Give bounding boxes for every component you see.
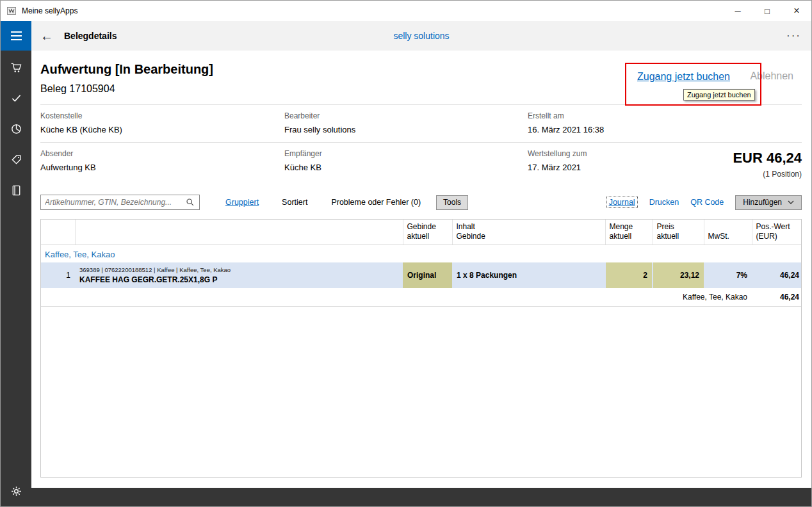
group-summary-value: 46,24 <box>752 288 802 307</box>
column-header-preis: Preis aktuell <box>653 220 704 245</box>
titlebar: Meine sellyApps ─ □ × <box>1 1 811 21</box>
tooltip: Zugang jetzt buchen <box>683 89 755 101</box>
print-link[interactable]: Drucken <box>649 198 679 207</box>
document-header: Aufwertung [In Bearbeitung] Beleg 171059… <box>40 51 802 105</box>
group-label[interactable]: Kaffee, Tee, Kakao <box>41 245 802 263</box>
field-label: Absender <box>40 149 284 158</box>
field-value: Küche KB (Küche KB) <box>40 125 284 134</box>
sidebar-item-tags[interactable] <box>1 144 31 175</box>
add-button[interactable]: Hinzufügen <box>735 195 802 210</box>
row-number-cell[interactable]: 1 <box>41 262 75 288</box>
book-icon <box>10 184 23 197</box>
column-header-article <box>75 220 403 245</box>
hamburger-icon <box>11 31 22 33</box>
group-summary-row: Kaffee, Tee, Kakao 46,24 <box>41 288 802 307</box>
article-name: KAFFEE HAG GEGR.GETR.25X1,8G P <box>79 275 398 284</box>
positions-table-container: Gebinde aktuell Inhalt Gebinde Menge akt… <box>40 219 802 478</box>
field-label: Kostenstelle <box>40 111 284 120</box>
app-window: Meine sellyApps ─ □ × <box>0 0 812 507</box>
field-empfaenger: Empfänger Küche KB <box>284 149 528 189</box>
article-cell[interactable]: 369389 | 07622200188512 | Kaffee | Kaffe… <box>75 262 403 288</box>
field-kostenstelle: Kostenstelle Küche KB (Küche KB) <box>40 111 284 134</box>
main-content: Aufwertung [In Bearbeitung] Beleg 171059… <box>31 51 811 488</box>
close-button[interactable]: × <box>782 1 811 21</box>
gebinde-cell[interactable]: Original <box>403 262 452 288</box>
field-erstellt-am: Erstellt am 16. März 2021 16:38 <box>528 111 802 134</box>
journal-link[interactable]: Journal <box>606 197 638 208</box>
field-value: Frau selly solutions <box>284 125 528 134</box>
document-total: EUR 46,24 (1 Position) <box>733 150 802 179</box>
table-header-row: Gebinde aktuell Inhalt Gebinde Menge akt… <box>41 220 802 245</box>
sorted-toggle[interactable]: Sortiert <box>282 198 307 207</box>
column-header-inhalt: Inhalt Gebinde <box>452 220 605 245</box>
group-summary-label: Kaffee, Tee, Kakao <box>41 288 752 307</box>
problems-filter[interactable]: Probleme oder Fehler (0) <box>331 198 421 207</box>
sidebar-item-journal[interactable] <box>1 175 31 205</box>
info-fields-row-2: Absender Aufwertung KB Empfänger Küche K… <box>40 143 802 189</box>
column-header-pos-wert: Pos.-Wert (EUR) <box>752 220 802 245</box>
positions-toolbar: Gruppiert Sortiert Probleme oder Fehler … <box>40 195 802 210</box>
sidebar <box>1 21 31 506</box>
field-bearbeiter: Bearbeiter Frau selly solutions <box>284 111 528 134</box>
window-controls: ─ □ × <box>723 1 811 21</box>
maximize-button[interactable]: □ <box>752 1 782 21</box>
chevron-down-icon <box>788 200 794 204</box>
column-header-gebinde: Gebinde aktuell <box>403 220 452 245</box>
bottom-bar <box>31 488 811 506</box>
column-header-row-number <box>41 220 75 245</box>
table-row[interactable]: 1 369389 | 07622200188512 | Kaffee | Kaf… <box>41 262 802 288</box>
tools-button[interactable]: Tools <box>436 195 468 210</box>
search-box[interactable] <box>40 195 200 210</box>
inhalt-cell[interactable]: 1 x 8 Packungen <box>452 262 605 288</box>
article-meta: 369389 | 07622200188512 | Kaffee | Kaffe… <box>79 266 398 273</box>
sidebar-item-settings[interactable] <box>1 476 31 506</box>
pos-wert-cell[interactable]: 46,24 <box>752 262 802 288</box>
preis-cell[interactable]: 23,12 <box>653 262 704 288</box>
field-label: Empfänger <box>284 149 528 158</box>
window-title: Meine sellyApps <box>22 6 77 15</box>
mwst-cell[interactable]: 7% <box>704 262 752 288</box>
brand-label: selly solutions <box>393 31 449 41</box>
field-value: Küche KB <box>284 163 528 172</box>
minimize-button[interactable]: ─ <box>723 1 752 21</box>
position-count: (1 Position) <box>733 170 802 179</box>
back-button[interactable]: ← <box>40 29 53 42</box>
check-icon <box>10 92 23 105</box>
field-absender: Absender Aufwertung KB <box>40 149 284 189</box>
app-icon <box>6 6 17 16</box>
more-options-button[interactable]: ··· <box>786 29 801 42</box>
positions-table: Gebinde aktuell Inhalt Gebinde Menge akt… <box>41 220 802 307</box>
field-value: 16. März 2021 16:38 <box>528 125 802 134</box>
tag-icon <box>10 153 23 166</box>
search-icon[interactable] <box>184 198 199 207</box>
sidebar-item-reports[interactable] <box>1 113 31 144</box>
group-header-row[interactable]: Kaffee, Tee, Kakao <box>41 245 802 263</box>
add-button-label: Hinzufügen <box>743 198 782 207</box>
gear-icon <box>10 485 23 498</box>
total-amount: EUR 46,24 <box>733 150 802 166</box>
field-label: Bearbeiter <box>284 111 528 120</box>
info-fields-row-1: Kostenstelle Küche KB (Küche KB) Bearbei… <box>40 105 802 143</box>
sidebar-item-tasks[interactable] <box>1 83 31 113</box>
cart-icon <box>10 61 23 74</box>
menge-cell[interactable]: 2 <box>605 262 653 288</box>
sidebar-item-cart[interactable] <box>1 52 31 83</box>
toolbar-right-group: Journal Drucken QR Code Hinzufügen <box>606 195 802 210</box>
field-value: Aufwertung KB <box>40 163 284 172</box>
page-title: Belegdetails <box>64 31 117 41</box>
column-header-mwst: MwSt. <box>704 220 752 245</box>
pie-chart-icon <box>10 122 23 136</box>
qr-code-link[interactable]: QR Code <box>690 198 724 207</box>
annotation-highlight-box: Zugang jetzt buchen Zugang jetzt buchen <box>625 63 761 106</box>
page-header: ← Belegdetails selly solutions ··· <box>31 21 811 51</box>
hamburger-menu-button[interactable] <box>1 21 31 51</box>
book-receipt-link[interactable]: Zugang jetzt buchen <box>637 71 730 83</box>
column-header-menge: Menge aktuell <box>605 220 653 245</box>
search-input[interactable] <box>41 198 184 207</box>
field-label: Erstellt am <box>528 111 802 120</box>
grouped-toggle[interactable]: Gruppiert <box>225 198 259 207</box>
